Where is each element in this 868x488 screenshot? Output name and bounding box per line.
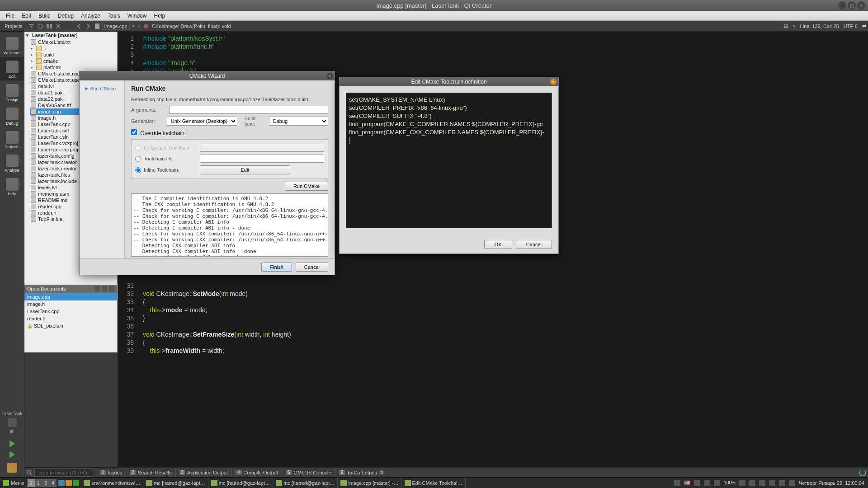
taskbar-task[interactable]: environmentitemswi…: [81, 478, 143, 488]
run-cmake-button[interactable]: Run CMake: [285, 182, 328, 191]
tray-icon[interactable]: [739, 480, 745, 486]
close-icon[interactable]: ×: [326, 73, 333, 79]
split-icon[interactable]: [94, 286, 100, 291]
menu-window[interactable]: Window: [124, 13, 151, 19]
run-button[interactable]: [9, 441, 16, 446]
desktop-1[interactable]: 1: [28, 479, 35, 487]
open-doc-item[interactable]: image.h: [24, 300, 117, 308]
filter-icon[interactable]: [28, 23, 34, 29]
tree-folder[interactable]: cmake: [30, 58, 117, 64]
override-toolchain-checkbox[interactable]: [131, 129, 137, 135]
tray-icon[interactable]: [789, 480, 795, 486]
mode-projects[interactable]: Projects: [0, 127, 24, 151]
output-tab-compile-output[interactable]: 4Compile Output: [231, 468, 282, 477]
encoding-selector[interactable]: UTF-8: [844, 23, 858, 29]
minimize-button[interactable]: –: [838, 1, 846, 9]
menu-debug[interactable]: Debug: [54, 13, 77, 19]
output-tab-qml-js-console[interactable]: 5QML/JS Console: [282, 468, 335, 477]
mode-design[interactable]: Design: [0, 80, 24, 104]
debug-run-button[interactable]: [9, 452, 16, 457]
mode-edit[interactable]: Edit: [0, 57, 24, 80]
clock[interactable]: Четверг Январь 22, 12:00:04: [799, 480, 864, 486]
cmake-output[interactable]: -- The C compiler identification is GNU …: [131, 193, 328, 257]
desktop-3[interactable]: 3: [42, 479, 49, 487]
battery-indicator[interactable]: 100%: [724, 480, 736, 485]
build-button[interactable]: [7, 463, 17, 473]
menu-tools[interactable]: Tools: [104, 13, 124, 19]
launcher-icon[interactable]: [73, 480, 79, 486]
close-file-icon[interactable]: ×: [137, 23, 140, 29]
edit-toolchain-button[interactable]: Edit: [200, 165, 290, 174]
menu-edit[interactable]: Edit: [18, 13, 35, 19]
tree-file[interactable]: CMakeLists.txt: [30, 39, 117, 45]
dialog-titlebar[interactable]: Edit CMake Toolchain definition ×: [340, 77, 558, 86]
launcher-icon[interactable]: [66, 480, 72, 486]
keyboard-layout-icon[interactable]: 🇺🇸: [684, 480, 690, 486]
open-doc-item[interactable]: LaserTank.cpp: [24, 308, 117, 315]
back-icon[interactable]: [76, 23, 82, 29]
tray-icon[interactable]: [674, 480, 680, 486]
menu-analyze[interactable]: Analyze: [77, 13, 104, 19]
close-pane-icon[interactable]: [55, 23, 61, 29]
tree-folder[interactable]: ..: [30, 45, 117, 52]
cancel-button[interactable]: Cancel: [516, 240, 552, 249]
line-ending-icon[interactable]: ⇌: [862, 23, 866, 29]
locate-icon[interactable]: [26, 469, 33, 476]
symbol-selector[interactable]: CKosImage::Draw(Point, float): void: [152, 23, 231, 29]
inline-toolchain-radio[interactable]: [135, 167, 141, 173]
taskbar-task[interactable]: Edit CMake Toolchai…: [402, 478, 466, 488]
open-doc-item[interactable]: SDL_pixels.h: [24, 322, 117, 329]
sync-icon[interactable]: [37, 23, 43, 29]
mode-analyze[interactable]: Analyze: [0, 151, 24, 174]
desktop-4[interactable]: 4: [49, 479, 57, 487]
dialog-titlebar[interactable]: CMake Wizard ×: [80, 71, 335, 80]
taskbar-task[interactable]: mc [hatred@gaz-lapt…: [273, 478, 338, 488]
split-icon[interactable]: [46, 23, 52, 29]
cancel-button[interactable]: Cancel: [296, 263, 328, 272]
ok-button[interactable]: OK: [484, 240, 512, 249]
open-doc-item[interactable]: image.cpp: [24, 293, 117, 300]
menu-file[interactable]: File: [2, 13, 18, 19]
mode-welcome[interactable]: Welcome: [0, 33, 24, 57]
start-menu-button[interactable]: Меню: [0, 478, 28, 488]
expand-icon[interactable]: ▾: [26, 33, 28, 38]
wizard-step[interactable]: Run CMake: [83, 84, 121, 94]
close-button[interactable]: ×: [857, 1, 865, 9]
close-panel-icon[interactable]: [109, 286, 114, 291]
open-file-selector[interactable]: image.cpp: [102, 23, 130, 30]
output-tab-issues[interactable]: 1Issues: [96, 468, 126, 477]
toolchain-editor[interactable]: set(CMAKE_SYSTEM_NAME Linux) set(COMPILE…: [346, 93, 552, 228]
progress-icon[interactable]: [859, 469, 866, 476]
mode-help[interactable]: Help: [0, 174, 24, 198]
tree-folder[interactable]: build: [30, 52, 117, 58]
tray-icon[interactable]: [769, 480, 775, 486]
forward-icon[interactable]: [85, 23, 91, 29]
pane-icon[interactable]: [102, 286, 107, 291]
launcher-icon[interactable]: [58, 480, 65, 486]
toolchain-file-input[interactable]: [200, 155, 324, 163]
tray-icon[interactable]: [759, 480, 765, 486]
finish-button[interactable]: Finish: [261, 263, 292, 272]
active-project-label[interactable]: LaserTank all: [0, 408, 25, 436]
network-icon[interactable]: [704, 480, 710, 486]
line-col-indicator[interactable]: Line: 132, Col: 25: [800, 23, 839, 29]
volume-icon[interactable]: [714, 480, 720, 486]
tray-icon[interactable]: [694, 480, 700, 486]
tree-folder[interactable]: platform: [30, 64, 117, 70]
maximize-button[interactable]: ▢: [848, 1, 856, 9]
dropdown-icon[interactable]: ▼: [132, 24, 136, 28]
generator-select[interactable]: Unix Generator (Desktop): [167, 117, 237, 126]
desktop-2[interactable]: 2: [35, 479, 42, 487]
taskbar-task[interactable]: mc [hatred@gaz-lapt…: [143, 478, 208, 488]
taskbar-task[interactable]: mc [hatred@gaz-lapt…: [208, 478, 273, 488]
tray-icon[interactable]: [779, 480, 785, 486]
close-icon[interactable]: ×: [550, 79, 557, 85]
mode-debug[interactable]: Debug: [0, 104, 24, 127]
project-root[interactable]: LaserTank [master]: [32, 33, 78, 38]
taskbar-task[interactable]: image.cpp [master] -…: [338, 478, 401, 488]
sidebar-toggle-icon[interactable]: ▤: [783, 23, 788, 29]
toolchain-file-radio[interactable]: [135, 156, 141, 162]
menu-build[interactable]: Build: [35, 13, 54, 19]
output-tab-to-do-entries[interactable]: 6To-Do Entries2: [335, 468, 388, 477]
menu-help[interactable]: Help: [151, 13, 169, 19]
